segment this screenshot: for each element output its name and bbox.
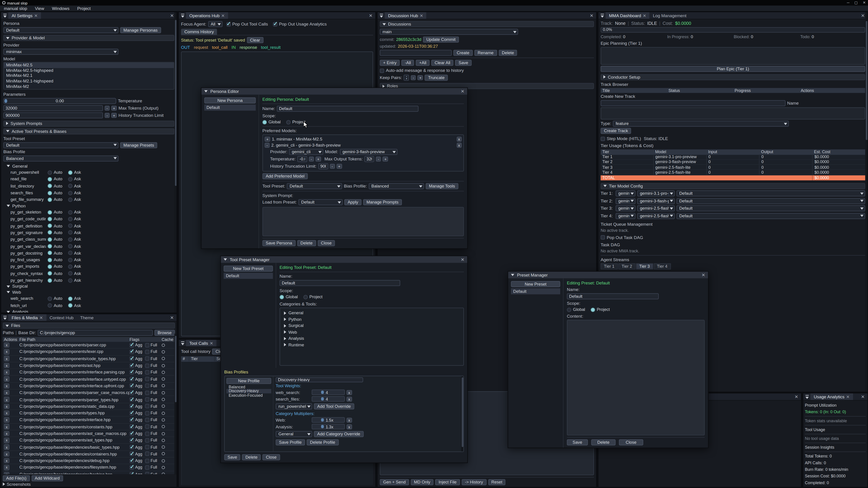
- tab-mma-dashboard[interactable]: MMA Dashboard✕: [606, 12, 649, 19]
- ask-radio[interactable]: [68, 244, 72, 249]
- tool-preset-dropdown[interactable]: Default: [3, 142, 119, 148]
- focus-agent-dropdown[interactable]: All: [208, 21, 222, 27]
- dialog-close-icon[interactable]: ✕: [461, 89, 464, 94]
- collapse-icon[interactable]: [204, 90, 208, 92]
- menu-view[interactable]: View: [31, 6, 48, 11]
- panel-close-icon[interactable]: ✕: [167, 315, 177, 320]
- auto-radio[interactable]: [48, 258, 52, 262]
- add-files-button[interactable]: Add File(s): [3, 475, 30, 482]
- stream-tab[interactable]: Tier 4: [654, 263, 671, 269]
- max-output-increment-button[interactable]: +: [383, 157, 388, 162]
- scope-project-radio[interactable]: [286, 120, 291, 124]
- full-checkbox[interactable]: [145, 343, 150, 347]
- scrollbar[interactable]: [174, 12, 177, 313]
- ask-radio[interactable]: [68, 217, 72, 221]
- pop-out-tool-calls-checkbox[interactable]: [226, 22, 230, 26]
- auto-radio[interactable]: [48, 271, 52, 276]
- tab-context-hub[interactable]: Context Hub: [46, 314, 77, 321]
- remove-multiplier-button[interactable]: x: [346, 418, 352, 422]
- tier-provider-dropdown[interactable]: gemini: [616, 205, 636, 212]
- tab-usage-analytics[interactable]: Usage Analytics✕: [810, 393, 853, 400]
- full-checkbox[interactable]: [145, 404, 150, 409]
- system-prompt-textarea[interactable]: [262, 207, 464, 236]
- discussions-section-header[interactable]: Discussions: [380, 21, 594, 27]
- scrollbar[interactable]: [865, 12, 868, 392]
- auto-radio[interactable]: [48, 251, 52, 255]
- tab-close-icon[interactable]: ✕: [643, 13, 646, 18]
- create-track-button[interactable]: Create Track: [600, 128, 631, 134]
- preset-list-item[interactable]: Default: [511, 288, 560, 294]
- ask-radio[interactable]: [68, 224, 72, 228]
- remove-file-button[interactable]: x: [4, 369, 9, 375]
- discussion-name-input[interactable]: [380, 50, 452, 56]
- entry-action-button[interactable]: Clear All: [431, 60, 454, 66]
- auto-radio[interactable]: [48, 237, 52, 242]
- provider-model-section-header[interactable]: Provider & Model: [3, 35, 175, 41]
- full-checkbox[interactable]: [145, 424, 150, 429]
- agg-checkbox[interactable]: [129, 350, 134, 354]
- auto-radio[interactable]: [48, 265, 52, 269]
- dock-menu-icon[interactable]: [180, 13, 185, 18]
- ask-radio[interactable]: [68, 278, 72, 283]
- scope-global-radio[interactable]: [567, 307, 571, 312]
- full-checkbox[interactable]: [145, 357, 150, 361]
- remove-file-button[interactable]: x: [4, 465, 9, 470]
- tier-preset-dropdown[interactable]: Default: [677, 198, 865, 204]
- tab-ai-settings[interactable]: AI Settings✕: [8, 12, 41, 19]
- agg-checkbox[interactable]: [129, 390, 134, 395]
- stream-tab[interactable]: Tier 2: [618, 263, 636, 269]
- tab-close-icon[interactable]: ✕: [420, 13, 423, 18]
- auto-radio[interactable]: [48, 191, 52, 195]
- multiplier-slider[interactable]: 1.3x: [312, 424, 345, 429]
- preferred-provider-dropdown[interactable]: gemini_cli: [289, 149, 323, 155]
- category-item[interactable]: Surgical: [282, 323, 462, 328]
- ask-radio[interactable]: [68, 303, 72, 308]
- remove-file-button[interactable]: x: [4, 445, 9, 450]
- create-discussion-button[interactable]: Create: [454, 50, 473, 56]
- tier-model-config-header[interactable]: Tier Model Config: [600, 183, 865, 189]
- remove-model-button[interactable]: x: [456, 143, 462, 148]
- full-checkbox[interactable]: [145, 431, 150, 436]
- full-checkbox[interactable]: [145, 350, 150, 354]
- load-from-preset-dropdown[interactable]: Default: [298, 199, 343, 205]
- agg-checkbox[interactable]: [129, 343, 134, 347]
- full-checkbox[interactable]: [145, 411, 150, 416]
- agg-checkbox[interactable]: [129, 445, 134, 449]
- tab-discussion-hub[interactable]: Discussion Hub✕: [385, 12, 427, 19]
- tier-provider-dropdown[interactable]: gemini: [616, 213, 636, 219]
- remove-file-button[interactable]: x: [4, 397, 9, 402]
- ask-radio[interactable]: [68, 230, 72, 235]
- scope-global-radio[interactable]: [262, 120, 267, 124]
- stream-tab[interactable]: Tier 1: [600, 263, 618, 269]
- category-item[interactable]: Web: [282, 329, 462, 334]
- discussion-action-button[interactable]: Gen + Send: [380, 479, 409, 485]
- add-wildcard-button[interactable]: Add Wildcard: [31, 475, 63, 482]
- keep-pairs-input[interactable]: [404, 75, 409, 81]
- full-checkbox[interactable]: [145, 370, 150, 375]
- manage-presets-button[interactable]: Manage Presets: [120, 142, 157, 148]
- full-checkbox[interactable]: [145, 472, 150, 474]
- history-decrement-button[interactable]: -: [330, 164, 335, 169]
- apply-button[interactable]: Apply: [344, 199, 362, 205]
- dock-menu-icon[interactable]: [180, 340, 185, 346]
- remove-file-button[interactable]: x: [4, 431, 9, 436]
- update-commit-button[interactable]: Update Commit: [423, 37, 459, 43]
- delete-discussion-button[interactable]: Delete: [498, 50, 517, 56]
- max-output-input[interactable]: [364, 156, 374, 162]
- scrollbar[interactable]: [174, 334, 177, 475]
- auto-radio[interactable]: [48, 184, 52, 188]
- entry-action-button[interactable]: Save: [455, 60, 471, 66]
- auto-add-checkbox[interactable]: [380, 68, 384, 73]
- preset-name-input[interactable]: [567, 293, 659, 299]
- tab-log-management[interactable]: Log Management: [650, 12, 690, 19]
- save-preset-button[interactable]: Save: [567, 439, 588, 445]
- category-override-dropdown[interactable]: General: [276, 431, 312, 437]
- epic-planning-input[interactable]: [600, 47, 865, 64]
- new-tool-preset-button[interactable]: New Tool Preset: [223, 266, 273, 272]
- ask-radio[interactable]: [68, 210, 72, 215]
- discussion-action-button[interactable]: MD Only: [411, 479, 434, 485]
- auto-radio[interactable]: [48, 197, 52, 202]
- max-tokens-decrement-button[interactable]: -: [105, 106, 110, 111]
- tool-group-header[interactable]: General: [3, 163, 175, 169]
- keep-pairs-decrement-button[interactable]: -: [411, 75, 416, 80]
